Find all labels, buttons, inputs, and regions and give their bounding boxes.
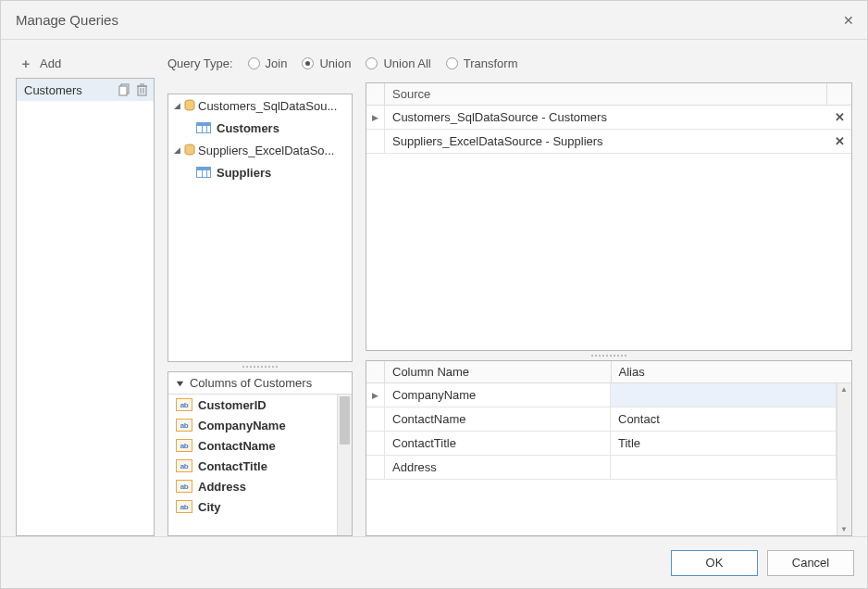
text-column-icon: ab [176, 480, 192, 493]
row-indicator-icon: ▶ [366, 383, 385, 407]
result-row[interactable]: ContactName Contact [366, 407, 851, 432]
tree-node[interactable]: ◢ Customers_SqlDataSou... [168, 94, 352, 117]
datasource-icon [183, 99, 196, 112]
text-column-icon: ab [176, 419, 192, 432]
alias-header: Alias [612, 361, 837, 382]
columns-panel: ▼ Columns of Customers abCustomerID abCo… [167, 371, 353, 536]
source-row[interactable]: Suppliers_ExcelDataSource - Suppliers ✕ [366, 130, 851, 154]
text-column-icon: ab [176, 500, 192, 513]
datasource-tree[interactable]: ◢ Customers_SqlDataSou... Customers ◢ [167, 94, 353, 362]
radio-join[interactable]: Join [248, 56, 288, 70]
source-header: Source [385, 83, 827, 105]
tree-node[interactable]: Suppliers [168, 161, 352, 183]
close-icon[interactable]: ✕ [839, 11, 858, 30]
radio-union[interactable]: Union [302, 56, 351, 70]
remove-source-icon[interactable]: ✕ [827, 130, 851, 153]
radio-icon [302, 57, 314, 69]
query-name: Customers [24, 83, 117, 97]
remove-source-icon[interactable]: ✕ [827, 106, 851, 129]
svg-rect-1 [119, 86, 127, 95]
radio-union-all[interactable]: Union All [366, 56, 430, 70]
result-row[interactable]: ▶ CompanyName [366, 383, 851, 407]
add-label: Add [40, 56, 61, 70]
manage-queries-dialog: Manage Queries ✕ + Add Customers [0, 0, 868, 589]
scrollbar[interactable]: ▲ ▼ [837, 383, 851, 535]
tree-node[interactable]: ◢ Suppliers_ExcelDataSo... [168, 139, 352, 161]
source-text: Customers_SqlDataSource - Customers [385, 106, 827, 129]
scrollbar[interactable] [337, 395, 352, 535]
cancel-button[interactable]: Cancel [767, 550, 854, 576]
radio-icon [248, 57, 260, 69]
column-item[interactable]: abAddress [168, 476, 352, 496]
query-type-label: Query Type: [167, 56, 233, 70]
source-grid: Source ▶ Customers_SqlDataSource - Custo… [366, 82, 852, 351]
table-icon [196, 122, 211, 133]
result-columns-grid: Column Name Alias ▶ CompanyName [366, 360, 852, 536]
expand-icon[interactable]: ◢ [172, 101, 181, 110]
result-row[interactable]: Address [366, 456, 851, 480]
titlebar: Manage Queries ✕ [1, 1, 867, 40]
scrollbar-thumb[interactable] [340, 396, 350, 445]
plus-icon: + [19, 57, 32, 70]
tree-node-label: Suppliers [217, 166, 271, 180]
queries-list[interactable]: Customers [16, 78, 155, 536]
splitter[interactable] [366, 351, 852, 360]
columns-panel-title: Columns of Customers [190, 376, 312, 390]
column-item[interactable]: abContactTitle [168, 456, 352, 476]
column-name-header: Column Name [385, 361, 612, 382]
column-item[interactable]: abCustomerID [168, 395, 352, 415]
grip-icon [590, 354, 627, 357]
chevron-down-icon[interactable]: ▼ [174, 379, 185, 388]
scroll-down-icon[interactable]: ▼ [840, 525, 848, 533]
tree-node-label: Suppliers_ExcelDataSo... [198, 144, 334, 157]
tree-node-label: Customers [217, 121, 279, 135]
tree-node-label: Customers_SqlDataSou... [198, 99, 337, 113]
text-column-icon: ab [176, 459, 192, 472]
column-item[interactable]: abCompanyName [168, 415, 352, 435]
text-column-icon: ab [176, 398, 192, 411]
dialog-footer: OK Cancel [1, 536, 867, 588]
source-row[interactable]: ▶ Customers_SqlDataSource - Customers ✕ [366, 106, 851, 130]
column-item[interactable]: abContactName [168, 435, 352, 456]
radio-transform[interactable]: Transform [446, 56, 518, 70]
radio-icon [366, 57, 378, 69]
table-icon [196, 167, 211, 178]
query-type-row: Query Type: Join Union Union All Transfo… [167, 49, 852, 77]
copy-icon[interactable] [117, 81, 133, 98]
ok-button[interactable]: OK [671, 550, 758, 576]
text-column-icon: ab [176, 439, 192, 452]
grip-icon [242, 365, 279, 369]
tree-node[interactable]: Customers [168, 117, 352, 139]
result-row[interactable]: ContactTitle Title [366, 432, 851, 456]
radio-icon [446, 57, 458, 69]
scroll-up-icon[interactable]: ▲ [840, 385, 848, 394]
query-item[interactable]: Customers [17, 79, 154, 101]
column-item[interactable]: abCity [168, 496, 352, 517]
dialog-title: Manage Queries [16, 12, 839, 28]
delete-icon[interactable] [133, 81, 150, 98]
row-indicator-icon: ▶ [366, 106, 385, 129]
source-text: Suppliers_ExcelDataSource - Suppliers [385, 130, 827, 153]
svg-rect-2 [138, 86, 146, 95]
datasource-icon [183, 144, 196, 157]
add-query-button[interactable]: + Add [16, 53, 155, 78]
splitter[interactable] [167, 362, 353, 371]
expand-icon[interactable]: ◢ [172, 145, 181, 155]
